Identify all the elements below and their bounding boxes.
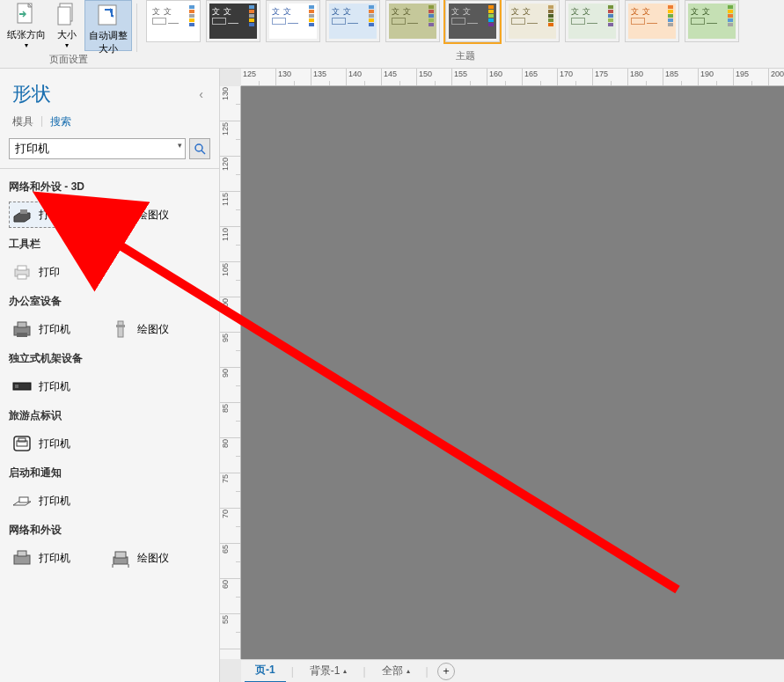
shape-item-label: 绘图仪 — [137, 322, 169, 337]
tab-search[interactable]: 搜索 — [50, 114, 71, 129]
svg-rect-12 — [18, 322, 26, 327]
shape-item-label: 绘图仪 — [137, 551, 169, 566]
page-tab-1[interactable]: 页-1 — [245, 659, 286, 682]
theme-swatch[interactable]: 文文 — [505, 0, 560, 42]
theme-swatch[interactable]: 文文 — [266, 0, 320, 42]
svg-rect-2 — [58, 7, 70, 25]
result-category-header: 网络和外设 - 3D — [9, 180, 210, 194]
svg-rect-17 — [15, 385, 18, 388]
page-orientation-label: 纸张方向 — [7, 28, 46, 41]
page-setup-group-label: 页面设置 — [0, 51, 136, 68]
size-label: 大小 — [57, 28, 77, 41]
svg-rect-6 — [20, 209, 27, 214]
shape-item-label: 打印 — [39, 265, 60, 280]
theme-swatch[interactable]: 文文 — [625, 0, 679, 42]
shape-item[interactable]: 绘图仪 — [107, 545, 206, 571]
search-button[interactable] — [189, 138, 210, 159]
background-tab[interactable]: 背景-1▴ — [299, 660, 358, 682]
shape-item-label: 打印机 — [39, 494, 70, 509]
theme-swatch[interactable]: 文文 — [445, 0, 500, 42]
shape-item[interactable]: 打印机 — [9, 545, 107, 571]
shape-item[interactable]: 打印机 — [9, 316, 107, 342]
shapes-sidebar: 形状 ‹ 模具 | 搜索 ▾ 网络和外设 - 3D打印机绘图仪工具栏打印办公室设… — [0, 69, 220, 682]
search-dropdown-icon[interactable]: ▾ — [178, 141, 182, 150]
result-category-header: 启动和通知 — [9, 466, 210, 480]
printer-sign-icon — [11, 434, 33, 453]
theme-group-label: 主题 — [146, 46, 784, 66]
svg-rect-10 — [18, 275, 26, 279]
shape-item-label: 打印机 — [39, 208, 70, 223]
page-tabs: 页-1 | 背景-1▴ | 全部▴ | ＋ — [241, 659, 784, 682]
result-category-header: 独立式机架设备 — [9, 351, 210, 366]
search-input[interactable] — [9, 138, 186, 159]
shape-item-label: 打印机 — [39, 436, 70, 451]
size-button[interactable]: 大小 ▾ — [49, 0, 84, 51]
shape-item[interactable]: 打印机 — [9, 488, 107, 514]
shape-item[interactable]: 绘图仪 — [107, 316, 206, 342]
all-tab[interactable]: 全部▴ — [371, 660, 421, 682]
theme-swatch[interactable]: 文文 — [146, 0, 201, 42]
page-orientation-icon — [12, 2, 40, 26]
svg-rect-21 — [19, 497, 28, 502]
shape-item[interactable]: 打印机 — [9, 373, 107, 400]
printer-rack-icon — [11, 377, 33, 396]
sidebar-title: 形状 — [12, 81, 51, 107]
shape-item-label: 打印机 — [39, 379, 70, 394]
canvas-area: 1251301351401451501551601651701751801851… — [220, 69, 784, 682]
printer-office-icon — [11, 319, 33, 339]
print-tb-icon — [11, 262, 33, 282]
svg-rect-9 — [18, 266, 26, 270]
plotter-office-icon — [109, 319, 132, 339]
shape-item-label: 绘图仪 — [137, 208, 169, 223]
printer-net-icon — [11, 548, 33, 568]
theme-swatch[interactable]: 文文 — [565, 0, 619, 42]
svg-rect-23 — [18, 551, 26, 556]
add-page-button[interactable]: ＋ — [437, 663, 455, 680]
search-results: 网络和外设 - 3D打印机绘图仪工具栏打印办公室设备打印机绘图仪独立式机架设备打… — [0, 168, 219, 682]
svg-rect-15 — [116, 325, 125, 327]
result-category-header: 工具栏 — [9, 237, 210, 252]
shape-item[interactable]: 打印机 — [9, 202, 107, 228]
shape-item-label: 打印机 — [39, 322, 70, 337]
svg-rect-13 — [17, 333, 27, 337]
vertical-ruler: 130125120115110105100959085807570656055 — [220, 86, 241, 659]
result-category-header: 网络和外设 — [9, 523, 210, 538]
theme-swatch[interactable]: 文文 — [206, 0, 260, 42]
plotter-net-icon — [109, 548, 132, 568]
autofit-icon — [94, 3, 122, 27]
search-icon — [194, 143, 206, 155]
plotter-3d-icon — [109, 205, 132, 224]
svg-rect-25 — [115, 552, 126, 558]
theme-swatch[interactable]: 文文 — [685, 0, 739, 42]
svg-rect-14 — [118, 321, 123, 337]
printer-notify-icon — [11, 491, 33, 510]
ribbon-group-page: 纸张方向 ▾ 大小 ▾ 自动调整 大小 页面设置 — [0, 0, 136, 68]
autofit-button[interactable]: 自动调整 大小 — [84, 0, 132, 51]
ribbon: 纸张方向 ▾ 大小 ▾ 自动调整 大小 页面设置 文文 文 — [0, 0, 784, 69]
drawing-canvas[interactable] — [241, 86, 784, 659]
sidebar-tabs: 模具 | 搜索 — [0, 114, 219, 138]
shape-item[interactable]: 打印 — [9, 259, 107, 285]
tab-stencils[interactable]: 模具 — [12, 114, 33, 129]
svg-point-4 — [195, 144, 202, 151]
size-icon — [53, 2, 81, 26]
theme-gallery[interactable]: 文文 文文 文文 文文 文文 文文 文文 文文 文文 文文 — [146, 0, 784, 46]
tab-separator: | — [40, 114, 43, 129]
shape-item[interactable]: 打印机 — [9, 430, 107, 457]
theme-swatch[interactable]: 文文 — [326, 0, 380, 42]
collapse-sidebar-button[interactable]: ‹ — [195, 84, 207, 105]
svg-line-5 — [201, 150, 205, 154]
result-category-header: 旅游点标识 — [9, 408, 210, 423]
printer-3d-icon — [11, 205, 33, 224]
theme-swatch[interactable]: 文文 — [385, 0, 440, 42]
dropdown-arrow-icon: ▾ — [25, 41, 28, 49]
dropdown-arrow-icon: ▾ — [65, 41, 69, 49]
shape-item-label: 打印机 — [39, 551, 70, 566]
result-category-header: 办公室设备 — [9, 294, 210, 309]
ribbon-group-themes: 文文 文文 文文 文文 文文 文文 文文 文文 文文 文文 — [137, 0, 784, 68]
horizontal-ruler: 1251301351401451501551601651701751801851… — [241, 69, 784, 86]
shape-item[interactable]: 绘图仪 — [107, 202, 206, 228]
page-orientation-button[interactable]: 纸张方向 ▾ — [4, 0, 49, 51]
